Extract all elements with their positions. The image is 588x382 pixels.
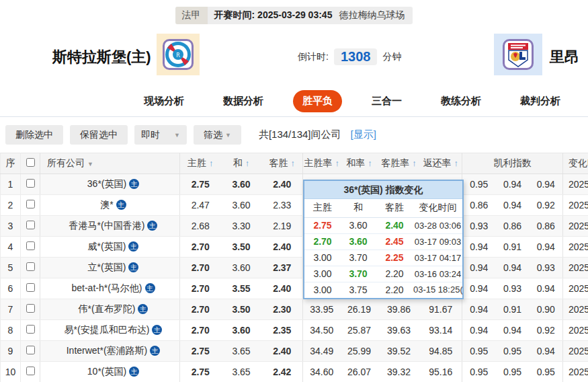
header-draw-rate[interactable]: 和率 ↑ bbox=[341, 153, 378, 174]
countdown-unit: 分钟 bbox=[382, 51, 401, 63]
company-name[interactable]: 威*(英国) bbox=[88, 241, 126, 252]
company-name[interactable]: 10*(英国) bbox=[87, 366, 126, 377]
company-name[interactable]: 36*(英国) bbox=[87, 178, 126, 189]
analysis-tab[interactable]: 裁判分析 bbox=[511, 90, 570, 112]
header-away-odds[interactable]: 客胜 ↑ bbox=[262, 153, 303, 174]
draw-odds[interactable]: 3.65 bbox=[221, 341, 262, 362]
home-odds[interactable]: 2.70 bbox=[180, 299, 221, 320]
row-checkbox[interactable] bbox=[26, 346, 35, 354]
analysis-tab[interactable]: 教练分析 bbox=[431, 90, 491, 112]
draw-odds[interactable]: 3.60 bbox=[221, 320, 262, 341]
home-team-name: 斯特拉斯堡(主) bbox=[52, 47, 151, 67]
home-badge-icon: 主 bbox=[129, 179, 139, 189]
draw-odds[interactable]: 3.60 bbox=[221, 174, 262, 195]
company-name[interactable]: 澳* bbox=[100, 199, 113, 210]
row-select-cell[interactable] bbox=[21, 278, 40, 299]
away-team-name: 里昂 bbox=[550, 47, 579, 67]
analysis-tab[interactable]: 数据分析 bbox=[214, 90, 273, 112]
company-name[interactable]: 香港马*(中国香港) bbox=[69, 220, 145, 231]
analysis-tab[interactable]: 现场分析 bbox=[134, 90, 194, 112]
home-odds[interactable]: 2.70 bbox=[180, 320, 221, 341]
home-odds[interactable]: 2.70 bbox=[180, 258, 221, 278]
row-select-cell[interactable] bbox=[21, 237, 40, 258]
row-checkbox[interactable] bbox=[26, 367, 35, 375]
away-odds[interactable]: 2.19 bbox=[262, 216, 303, 237]
header-home-rate[interactable]: 主胜率 ↑ bbox=[303, 153, 341, 174]
keep-selected-button[interactable]: 保留选中 bbox=[70, 125, 128, 145]
company-name[interactable]: 立*(英国) bbox=[88, 262, 126, 272]
popup-away-odds: 2.25 bbox=[376, 250, 413, 266]
away-odds[interactable]: 2.40 bbox=[262, 237, 303, 258]
row-checkbox[interactable] bbox=[26, 200, 35, 208]
popup-home-odds: 2.75 bbox=[304, 217, 341, 233]
header-draw-odds[interactable]: 和 ↑ bbox=[221, 153, 262, 174]
home-odds[interactable]: 2.75 bbox=[180, 341, 221, 362]
draw-odds[interactable]: 3.60 bbox=[221, 258, 262, 278]
row-checkbox[interactable] bbox=[26, 283, 35, 292]
delete-selected-button[interactable]: 删除选中 bbox=[5, 125, 63, 145]
table-row: 7 伟*(直布罗陀)主 2.70 3.50 2.30 33.95 26.19 3… bbox=[1, 299, 588, 320]
filter-label: 筛选 bbox=[204, 129, 222, 141]
row-checkbox[interactable] bbox=[26, 179, 35, 188]
row-select-cell[interactable] bbox=[21, 195, 40, 216]
home-odds[interactable]: 2.75 bbox=[180, 174, 221, 195]
away-odds[interactable]: 2.42 bbox=[262, 362, 303, 382]
away-odds[interactable]: 2.33 bbox=[262, 195, 303, 216]
home-odds[interactable]: 2.47 bbox=[180, 195, 221, 216]
analysis-tab[interactable]: 胜平负 bbox=[293, 90, 342, 112]
row-select-cell[interactable] bbox=[21, 362, 40, 382]
away-odds[interactable]: 2.35 bbox=[262, 320, 303, 341]
select-all-checkbox[interactable] bbox=[26, 158, 35, 167]
company-name[interactable]: bet-at-h*(马尔他) bbox=[71, 282, 142, 293]
row-checkbox[interactable] bbox=[26, 221, 35, 229]
popup-table-body: 2.75 3.60 2.40 03-28 03:06 2.70 3.60 2.4… bbox=[304, 217, 462, 298]
popup-away-odds: 2.45 bbox=[376, 233, 413, 250]
kelly-away: 0.92 bbox=[530, 320, 563, 341]
filter-dropdown[interactable]: 筛选 ▼ bbox=[194, 125, 241, 145]
header-home-odds[interactable]: 主胜 ↑ bbox=[180, 153, 221, 174]
row-select-cell[interactable] bbox=[21, 299, 40, 320]
draw-odds[interactable]: 3.50 bbox=[221, 237, 262, 258]
home-odds[interactable]: 2.75 bbox=[180, 362, 221, 382]
odds-mode-dropdown[interactable]: 即时 ▼ bbox=[134, 125, 187, 145]
home-odds[interactable]: 2.68 bbox=[180, 216, 221, 237]
home-odds[interactable]: 2.70 bbox=[180, 237, 221, 258]
away-odds[interactable]: 2.40 bbox=[262, 341, 303, 362]
row-select-cell[interactable] bbox=[21, 216, 40, 237]
row-index: 8 bbox=[1, 320, 21, 341]
company-name[interactable]: Interwet*(塞浦路斯) bbox=[67, 345, 148, 356]
draw-odds[interactable]: 3.30 bbox=[221, 216, 262, 237]
show-link[interactable]: [显示] bbox=[350, 128, 376, 141]
away-odds[interactable]: 2.40 bbox=[262, 174, 303, 195]
draw-odds[interactable]: 3.65 bbox=[221, 362, 262, 382]
away-odds[interactable]: 2.30 bbox=[262, 299, 303, 320]
header-away-rate[interactable]: 客胜率 ↑ bbox=[378, 153, 420, 174]
header-payout-rate[interactable]: 返还率 ↑ bbox=[420, 153, 462, 174]
popup-change-time: 03-28 03:06 bbox=[413, 217, 462, 233]
sort-up-icon: ↑ bbox=[290, 158, 295, 168]
sort-up-icon: ↑ bbox=[368, 158, 372, 168]
analysis-tab[interactable]: 三合一 bbox=[362, 90, 411, 112]
company-name[interactable]: 伟*(直布罗陀) bbox=[79, 303, 136, 314]
draw-odds[interactable]: 3.60 bbox=[221, 195, 262, 216]
popup-header-row: 主胜 和 客胜 变化时间 bbox=[304, 199, 462, 217]
draw-odds[interactable]: 3.55 bbox=[221, 278, 262, 299]
home-odds[interactable]: 2.70 bbox=[180, 278, 221, 299]
row-checkbox[interactable] bbox=[26, 325, 35, 334]
company-name[interactable]: 易*(安提瓜和巴布达) bbox=[65, 324, 150, 335]
row-checkbox[interactable] bbox=[26, 304, 35, 313]
kelly-home: 0.94 bbox=[462, 320, 496, 341]
header-company[interactable]: 所有公司▼ bbox=[40, 153, 180, 174]
row-select-cell[interactable] bbox=[21, 341, 40, 362]
row-select-cell[interactable] bbox=[21, 258, 40, 278]
row-select-cell[interactable] bbox=[21, 320, 40, 341]
draw-odds[interactable]: 3.50 bbox=[221, 299, 262, 320]
row-checkbox[interactable] bbox=[26, 241, 35, 250]
away-odds[interactable]: 2.37 bbox=[262, 258, 303, 278]
row-select-cell[interactable] bbox=[21, 174, 40, 195]
row-checkbox[interactable] bbox=[26, 262, 35, 271]
away-odds[interactable]: 2.40 bbox=[262, 278, 303, 299]
chevron-down-icon: ▼ bbox=[174, 132, 180, 139]
header-select-all[interactable] bbox=[21, 153, 40, 174]
away-rate: 39.86 bbox=[378, 299, 420, 320]
